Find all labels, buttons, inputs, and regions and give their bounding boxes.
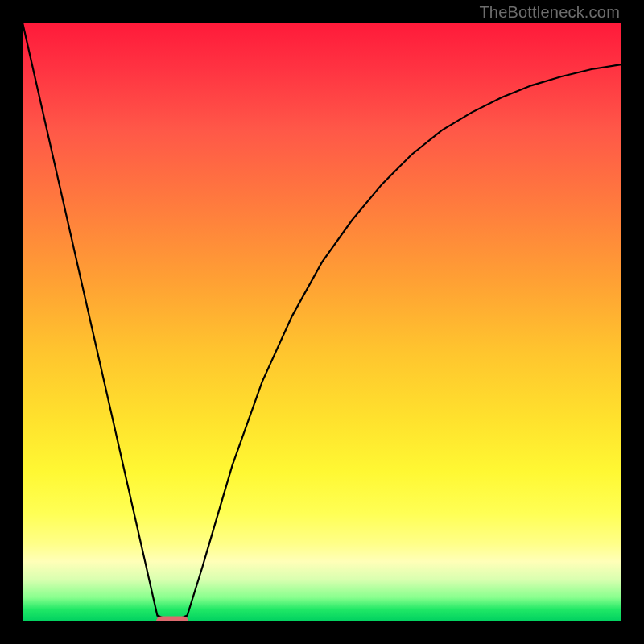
watermark-text: TheBottleneck.com	[479, 3, 620, 22]
chart-frame	[0, 0, 644, 644]
